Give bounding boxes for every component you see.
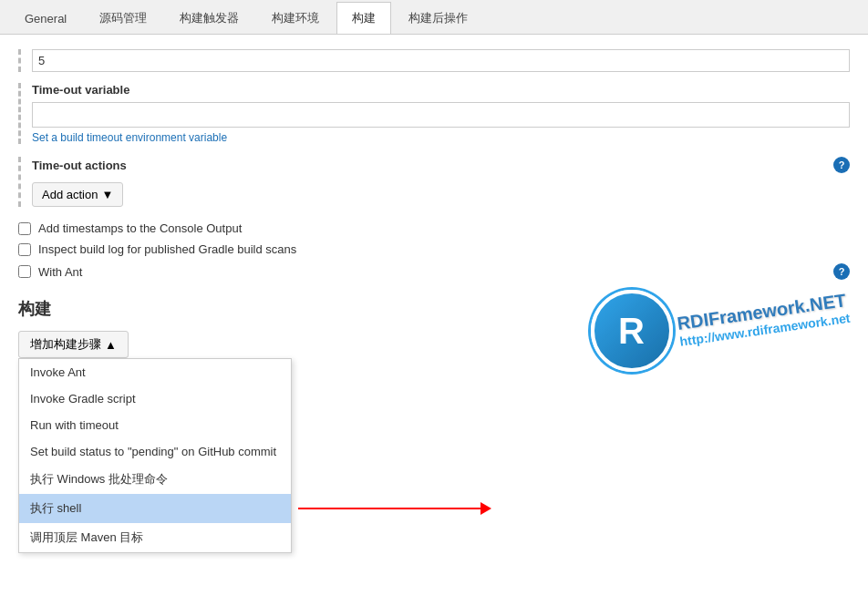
add-action-chevron: ▼ (101, 188, 113, 201)
timeout-actions-label: Time-out actions (32, 159, 833, 172)
checkboxes-section: Add timestamps to the Console Output Ins… (18, 221, 850, 280)
tab-triggers[interactable]: 构建触发器 (164, 2, 254, 34)
dropdown-item-set-status[interactable]: Set build status to "pending" on GitHub … (19, 438, 291, 465)
checkbox-inspect[interactable] (18, 243, 31, 256)
timeout-variable-hint[interactable]: Set a build timeout environment variable (32, 131, 850, 144)
tab-source[interactable]: 源码管理 (84, 2, 162, 34)
timeout-actions-help-icon[interactable]: ? (833, 157, 850, 173)
add-step-dropdown-wrapper: 增加构建步骤 ▲ Invoke Ant Invoke Gradle script… (18, 331, 129, 358)
add-action-dropdown: Add action ▼ (32, 182, 123, 207)
tab-post[interactable]: 构建后操作 (393, 2, 483, 34)
dropdown-item-invoke-gradle[interactable]: Invoke Gradle script (19, 385, 291, 412)
dropdown-item-invoke-ant[interactable]: Invoke Ant (19, 359, 291, 385)
timeout-variable-section: Time-out variable Set a build timeout en… (18, 83, 850, 144)
add-action-button[interactable]: Add action ▼ (32, 182, 123, 207)
add-step-icon: ▲ (105, 338, 117, 352)
tab-bar: General 源码管理 构建触发器 构建环境 构建 构建后操作 (0, 0, 868, 35)
timeout-variable-label: Time-out variable (32, 83, 850, 97)
build-section-heading: 构建 (18, 298, 850, 320)
add-step-button[interactable]: 增加构建步骤 ▲ (18, 331, 129, 358)
checkbox-timestamps-label: Add timestamps to the Console Output (38, 221, 242, 235)
number-section (18, 49, 850, 72)
checkbox-timestamps[interactable] (18, 222, 31, 235)
tab-env[interactable]: 构建环境 (256, 2, 335, 34)
checkbox-with-ant[interactable] (18, 265, 31, 278)
checkbox-with-ant-label: With Ant (38, 265, 82, 279)
checkbox-with-ant-row: With Ant ? (18, 263, 850, 280)
tab-build[interactable]: 构建 (336, 2, 391, 34)
dropdown-item-exec-shell[interactable]: 执行 shell (19, 494, 291, 523)
tab-general[interactable]: General (9, 4, 82, 33)
with-ant-help-icon[interactable]: ? (833, 263, 850, 280)
timeout-actions-section: Time-out actions ? Add action ▼ (18, 157, 850, 207)
checkbox-inspect-row: Inspect build log for published Gradle b… (18, 242, 850, 256)
dropdown-item-invoke-maven[interactable]: 调用顶层 Maven 目标 (19, 523, 291, 552)
checkbox-inspect-label: Inspect build log for published Gradle b… (38, 242, 296, 256)
main-content: Time-out variable Set a build timeout en… (0, 35, 868, 606)
number-input[interactable] (32, 49, 850, 72)
build-step-dropdown-menu: Invoke Ant Invoke Gradle script Run with… (18, 358, 292, 553)
dropdown-item-run-timeout[interactable]: Run with timeout (19, 412, 291, 438)
add-step-label: 增加构建步骤 (30, 336, 101, 353)
checkbox-timestamps-row: Add timestamps to the Console Output (18, 221, 850, 235)
timeout-variable-input[interactable] (32, 102, 850, 128)
dropdown-item-exec-windows[interactable]: 执行 Windows 批处理命令 (19, 465, 291, 494)
add-action-label: Add action (42, 188, 98, 201)
